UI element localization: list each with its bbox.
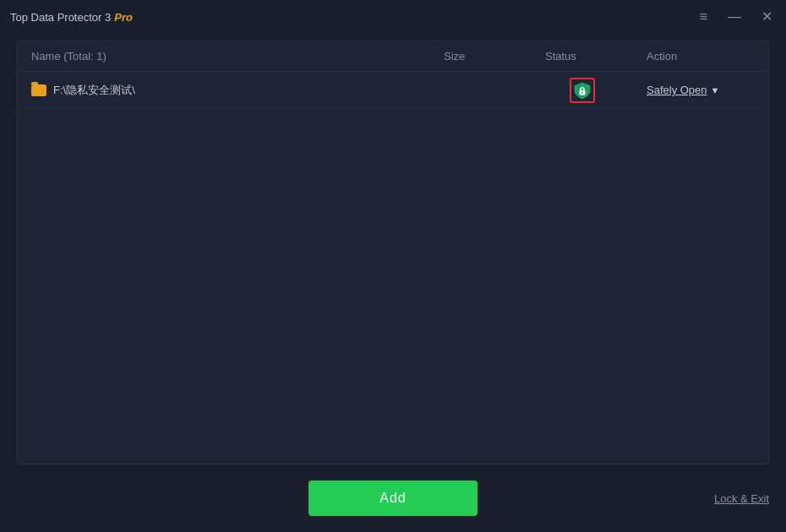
safely-open-link[interactable]: Safely Open (647, 84, 707, 96)
file-name-cell: F:\隐私安全测试\ (18, 83, 430, 98)
lock-exit-link[interactable]: Lock & Exit (714, 492, 769, 505)
file-status-cell[interactable] (532, 78, 633, 103)
file-action-cell: Safely Open ▼ (633, 84, 768, 96)
column-status: Status (532, 50, 633, 62)
app-name-pro: Pro (114, 11, 133, 24)
minimize-button[interactable]: — (724, 8, 745, 25)
bottom-bar: Add Lock & Exit (0, 464, 786, 532)
table-row: F:\隐私安全测试\ (18, 72, 768, 109)
lock-badge[interactable] (570, 78, 595, 103)
main-content: Name (Total: 1) Size Status Action F:\隐私… (0, 34, 786, 464)
file-name: F:\隐私安全测试\ (53, 83, 135, 98)
window-controls: ≡ — ✕ (696, 8, 776, 25)
file-table: Name (Total: 1) Size Status Action F:\隐私… (17, 41, 769, 464)
table-header: Name (Total: 1) Size Status Action (18, 41, 768, 72)
menu-button[interactable]: ≡ (696, 8, 711, 25)
title-bar: Top Data Protector 3 Pro ≡ — ✕ (0, 0, 786, 34)
action-dropdown-arrow[interactable]: ▼ (711, 85, 720, 95)
column-action: Action (633, 50, 768, 62)
column-name: Name (Total: 1) (18, 50, 430, 62)
app-name-main: Top Data Protector 3 (10, 11, 111, 24)
folder-icon (31, 84, 46, 96)
table-body: F:\隐私安全测试\ (18, 72, 768, 464)
app-title: Top Data Protector 3 Pro (10, 11, 133, 24)
add-button[interactable]: Add (308, 480, 478, 516)
shield-lock-icon (573, 81, 592, 100)
column-size: Size (430, 50, 532, 62)
svg-point-1 (581, 91, 583, 93)
close-button[interactable]: ✕ (758, 8, 776, 25)
